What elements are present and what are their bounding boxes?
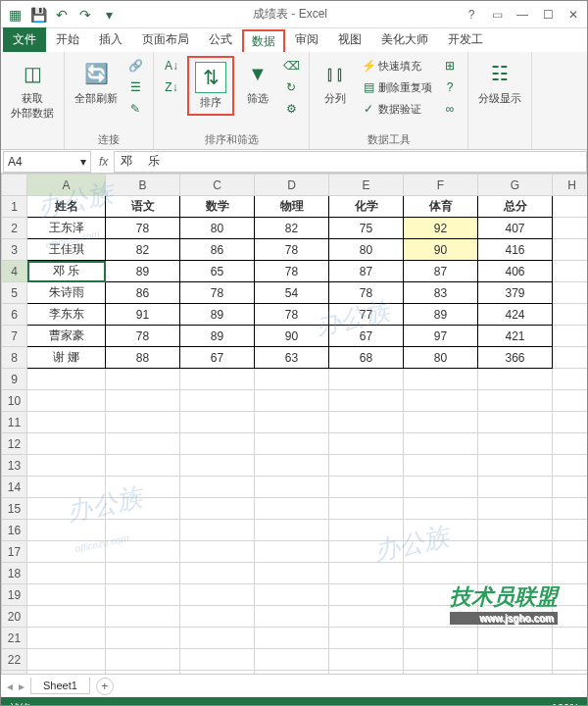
cell[interactable] (553, 369, 588, 390)
cell[interactable] (106, 649, 180, 671)
tab-file[interactable]: 文件 (3, 27, 46, 52)
chevron-down-icon[interactable]: ▾ (80, 155, 86, 169)
cell[interactable] (180, 520, 255, 541)
cell[interactable]: 78 (255, 304, 329, 326)
cell[interactable]: 407 (478, 218, 553, 239)
cell[interactable] (404, 390, 478, 412)
cell[interactable] (329, 649, 404, 671)
cell[interactable] (27, 477, 106, 498)
row-header[interactable]: 10 (2, 390, 27, 412)
cell[interactable] (329, 498, 404, 520)
cell[interactable] (553, 628, 588, 649)
cell[interactable] (27, 563, 106, 584)
close-icon[interactable]: ✕ (564, 8, 583, 22)
cell[interactable]: 78 (255, 239, 329, 261)
cell[interactable] (329, 671, 404, 675)
cell[interactable] (27, 412, 106, 433)
cell[interactable] (255, 455, 329, 477)
cell[interactable] (255, 390, 329, 412)
cell[interactable] (180, 584, 255, 606)
cell[interactable] (255, 477, 329, 498)
cell[interactable] (27, 455, 106, 477)
worksheet-grid[interactable]: A B C D E F G H 1姓名语文数学物理化学体育总分2王东泽78808… (1, 174, 587, 674)
cell[interactable] (180, 477, 255, 498)
connections-button[interactable]: 🔗 (125, 56, 145, 76)
edit-links-button[interactable]: ✎ (125, 99, 145, 119)
cell[interactable] (27, 390, 106, 412)
cell[interactable] (255, 498, 329, 520)
col-header-E[interactable]: E (329, 175, 404, 196)
qat-more-icon[interactable]: ▾ (99, 5, 119, 25)
cell[interactable]: 邓 乐 (27, 261, 106, 282)
zoom-slider[interactable]: ━━●━━ (496, 702, 530, 707)
cell[interactable] (255, 671, 329, 675)
redo-icon[interactable]: ↷ (75, 5, 95, 25)
row-header[interactable]: 22 (2, 649, 27, 671)
row-header[interactable]: 13 (2, 455, 27, 477)
select-all-cell[interactable] (2, 175, 27, 196)
cell[interactable] (478, 369, 553, 390)
cell[interactable] (478, 649, 553, 671)
zoom-out-icon[interactable]: — (477, 702, 488, 706)
cell[interactable] (478, 477, 553, 498)
cell[interactable]: 91 (106, 304, 180, 326)
undo-icon[interactable]: ↶ (52, 5, 72, 25)
cell[interactable] (329, 584, 404, 606)
cell[interactable] (180, 649, 255, 671)
cell[interactable] (180, 671, 255, 675)
row-header[interactable]: 23 (2, 671, 27, 675)
tab-beautify[interactable]: 美化大师 (371, 27, 438, 52)
cell[interactable] (404, 649, 478, 671)
cell[interactable]: 89 (180, 326, 255, 347)
col-header-H[interactable]: H (553, 175, 588, 196)
cell[interactable] (106, 628, 180, 649)
cell[interactable] (180, 390, 255, 412)
cell[interactable]: 87 (404, 261, 478, 282)
cell[interactable]: 67 (329, 326, 404, 347)
cell[interactable] (27, 541, 106, 563)
consolidate-button[interactable]: ⊞ (440, 56, 460, 76)
cell[interactable] (329, 606, 404, 628)
row-header[interactable]: 14 (2, 477, 27, 498)
cell[interactable] (553, 649, 588, 671)
cell[interactable]: 78 (329, 282, 404, 304)
row-header[interactable]: 17 (2, 541, 27, 563)
cell[interactable] (180, 498, 255, 520)
advanced-button[interactable]: ⚙ (281, 99, 301, 119)
row-header[interactable]: 16 (2, 520, 27, 541)
header-cell[interactable]: 语文 (106, 196, 180, 218)
header-cell[interactable]: 数学 (180, 196, 255, 218)
cell[interactable] (329, 433, 404, 455)
cell[interactable]: 90 (404, 239, 478, 261)
cell[interactable] (106, 412, 180, 433)
save-icon[interactable]: 💾 (28, 5, 48, 25)
cell[interactable] (478, 390, 553, 412)
relationships-button[interactable]: ∞ (440, 99, 460, 119)
cell[interactable] (329, 563, 404, 584)
cell[interactable] (106, 541, 180, 563)
cell[interactable] (255, 541, 329, 563)
row-header[interactable]: 19 (2, 584, 27, 606)
properties-button[interactable]: ☰ (125, 77, 145, 97)
cell[interactable] (180, 433, 255, 455)
cell[interactable] (106, 369, 180, 390)
cell[interactable] (478, 671, 553, 675)
view-layout-icon[interactable]: ▤ (446, 702, 456, 707)
data-validation-button[interactable]: ✓数据验证 (359, 99, 423, 119)
cell[interactable] (553, 498, 588, 520)
cell[interactable]: 87 (329, 261, 404, 282)
header-cell[interactable]: 总分 (478, 196, 553, 218)
cell[interactable] (404, 477, 478, 498)
cell[interactable] (27, 628, 106, 649)
cell[interactable]: 97 (404, 326, 478, 347)
cell[interactable]: 65 (180, 261, 255, 282)
cell[interactable] (106, 498, 180, 520)
row-header[interactable]: 15 (2, 498, 27, 520)
cell[interactable] (106, 390, 180, 412)
remove-duplicates-button[interactable]: ▤删除重复项 (359, 77, 434, 97)
cell[interactable] (329, 520, 404, 541)
cell[interactable] (106, 455, 180, 477)
col-header-C[interactable]: C (180, 175, 255, 196)
cell[interactable]: 86 (180, 239, 255, 261)
cell[interactable] (255, 584, 329, 606)
